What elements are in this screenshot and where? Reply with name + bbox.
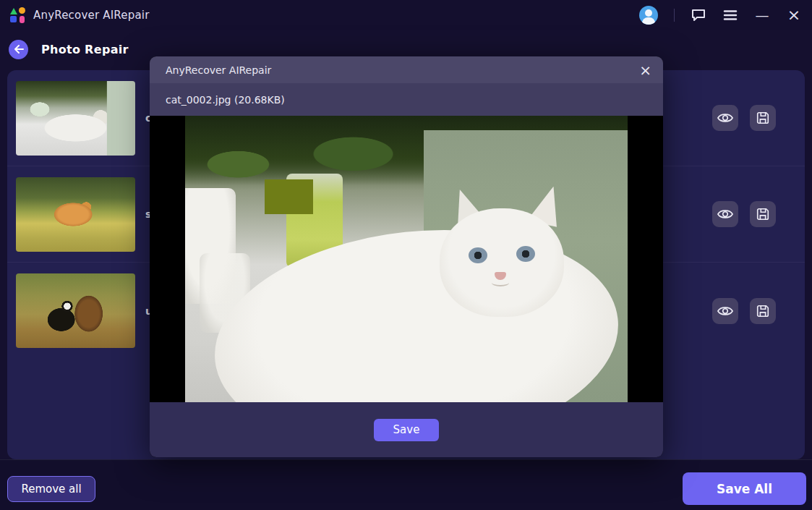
floppy-disk-icon bbox=[756, 111, 770, 125]
preview-button[interactable] bbox=[712, 105, 738, 131]
floppy-disk-icon bbox=[756, 304, 770, 318]
close-icon[interactable]: × bbox=[786, 7, 802, 23]
remove-all-button[interactable]: Remove all bbox=[7, 476, 95, 502]
eye-icon bbox=[717, 208, 733, 221]
eye-icon bbox=[717, 305, 733, 318]
cat-eye bbox=[469, 247, 487, 263]
modal-footer: Save bbox=[150, 402, 663, 457]
app-title: AnyRecover AIRepair bbox=[33, 9, 150, 22]
preview-button[interactable] bbox=[712, 201, 738, 227]
corruption-artifact bbox=[265, 179, 313, 214]
bottom-bar: Remove all Save All bbox=[0, 459, 812, 510]
corgi-photo-thumbnail[interactable] bbox=[16, 177, 135, 252]
chat-bubble-icon[interactable] bbox=[691, 7, 706, 23]
modal-filename: cat_0002.jpg (20.68KB) bbox=[166, 94, 285, 106]
hamburger-menu-icon[interactable] bbox=[722, 7, 738, 23]
save-file-button[interactable] bbox=[750, 298, 776, 324]
modal-close-icon[interactable]: × bbox=[639, 63, 651, 77]
arrow-left-icon bbox=[14, 45, 24, 54]
save-file-button[interactable] bbox=[750, 201, 776, 227]
back-button[interactable] bbox=[9, 40, 28, 59]
app-logo-icon bbox=[10, 7, 26, 23]
modal-image-area bbox=[150, 116, 663, 402]
cat-eye bbox=[516, 246, 535, 262]
app-window: AnyRecover AIRepair — × Photo bbox=[0, 0, 812, 510]
titlebar: AnyRecover AIRepair — × bbox=[0, 0, 812, 30]
modal-filebar: cat_0002.jpg (20.68KB) bbox=[150, 83, 663, 116]
cat-head bbox=[440, 208, 564, 317]
save-file-button[interactable] bbox=[750, 105, 776, 131]
modal-save-button[interactable]: Save bbox=[374, 419, 439, 441]
modal-title: AnyRecover AIRepair bbox=[166, 64, 271, 76]
save-all-button[interactable]: Save All bbox=[683, 472, 806, 505]
page-title: Photo Repair bbox=[41, 43, 129, 56]
preview-modal: AnyRecover AIRepair × cat_0002.jpg (20.6… bbox=[150, 56, 663, 457]
titlebar-divider bbox=[674, 9, 675, 22]
modal-photo-preview bbox=[185, 116, 628, 402]
modal-header: AnyRecover AIRepair × bbox=[150, 56, 663, 83]
eye-icon bbox=[717, 111, 733, 124]
dogs-photo-thumbnail[interactable] bbox=[16, 273, 135, 348]
user-avatar[interactable] bbox=[639, 6, 658, 25]
minimize-icon[interactable]: — bbox=[754, 7, 770, 23]
floppy-disk-icon bbox=[756, 207, 770, 221]
cat-photo-thumbnail[interactable] bbox=[16, 81, 135, 156]
cat-mouth bbox=[492, 279, 509, 286]
preview-button[interactable] bbox=[712, 298, 738, 324]
